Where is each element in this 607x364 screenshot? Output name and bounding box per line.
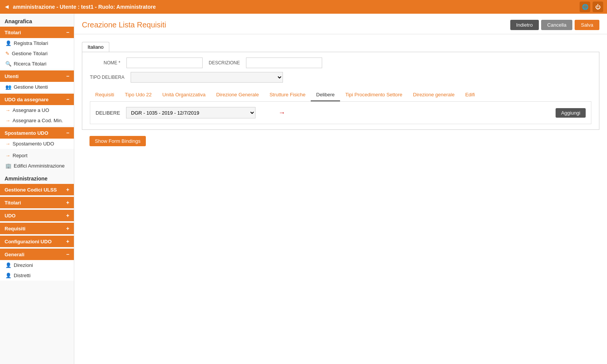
person-icon-2: 👤: [5, 262, 11, 268]
sidebar-group-header-configurazioni-udo[interactable]: Configurazioni UDO +: [0, 236, 74, 247]
assegnare-cod-min-label: Assegnare a Cod. Min.: [13, 118, 63, 123]
udo-assegnare-label: UDO da assegnare: [5, 97, 49, 102]
tab-requisiti[interactable]: Requisiti: [90, 89, 120, 101]
salva-button[interactable]: Salva: [575, 20, 599, 30]
gestione-utenti-label: Gestione Utenti: [14, 84, 48, 90]
sidebar-item-direzioni[interactable]: 👤 Direzioni: [0, 260, 74, 270]
nome-label: NOME *: [90, 60, 120, 65]
tipo-delibera-select[interactable]: [131, 72, 283, 83]
distretti-label: Distretti: [14, 273, 30, 278]
form-area: Italiano NOME * DESCRIZIONE TIPO DELIBER…: [74, 34, 607, 160]
sidebar-item-assegnare-uo[interactable]: → Assegnare a UO: [0, 105, 74, 115]
main-content: Creazione Lista Requisiti Indietro Cance…: [74, 14, 607, 364]
tab-strutture-fisiche[interactable]: Strutture Fisiche: [264, 89, 311, 101]
delibere-select[interactable]: DGR - 1035 - 2019 - 12/7/2019: [126, 107, 256, 118]
page-header: Creazione Lista Requisiti Indietro Cance…: [74, 14, 607, 34]
titolari-collapse-icon: −: [66, 29, 69, 35]
tab-tipo-udo-22[interactable]: Tipo Udo 22: [120, 89, 157, 101]
udo-admin-collapse-icon: +: [66, 212, 69, 219]
arrow-icon-4: →: [5, 153, 10, 158]
assegnare-uo-label: Assegnare a UO: [13, 107, 49, 113]
sidebar-group-header-udo-assegnare[interactable]: UDO da assegnare −: [0, 94, 74, 105]
arrow-icon: →: [5, 107, 10, 113]
sidebar-group-titolari: Titolari − 👤 Registra Titolari ✎ Gestion…: [0, 27, 74, 69]
tab-unita-organizzativa[interactable]: Unità Organizzativa: [157, 89, 211, 101]
titolari-admin-label: Titolari: [5, 200, 21, 206]
direzioni-label: Direzioni: [14, 262, 33, 268]
tab-direzione-generale-2[interactable]: Direzione generale: [408, 89, 460, 101]
form-row-nome-descrizione: NOME * DESCRIZIONE: [90, 57, 591, 68]
sidebar-group-header-titolari[interactable]: Titolari −: [0, 27, 74, 38]
globe-button[interactable]: 🌐: [580, 2, 590, 12]
aggiungi-button[interactable]: Aggiungi: [556, 108, 586, 118]
arrow-icon-2: →: [5, 118, 10, 123]
person-icon-3: 👤: [5, 273, 11, 278]
generali-collapse-icon: −: [66, 251, 69, 257]
tabs-scroll: Requisiti Tipo Udo 22 Unità Organizzativ…: [90, 89, 591, 102]
sidebar-item-edifici-amministrazione[interactable]: 🏢 Edifici Amministrazione: [0, 161, 74, 171]
requisiti-admin-label: Requisiti: [5, 226, 26, 231]
topbar: ◄ amministrazione - Utente : test1 - Ruo…: [0, 0, 607, 14]
sidebar-item-assegnare-cod-min[interactable]: → Assegnare a Cod. Min.: [0, 115, 74, 126]
sidebar-group-header-udo-admin[interactable]: UDO +: [0, 210, 74, 221]
sidebar-group-generali: Generali − 👤 Direzioni 👤 Distretti: [0, 249, 74, 281]
indietro-button[interactable]: Indietro: [510, 20, 539, 30]
sidebar-group-header-titolari-admin[interactable]: Titolari +: [0, 197, 74, 208]
nome-input[interactable]: [126, 57, 203, 68]
sidebar-group-header-requisiti-admin[interactable]: Requisiti +: [0, 223, 74, 234]
form-row-tipo-delibera: TIPO DELIBERA: [90, 72, 591, 83]
topbar-title: amministrazione - Utente : test1 - Ruolo…: [13, 4, 156, 10]
building-icon: 🏢: [5, 163, 11, 169]
sidebar-item-registra-titolari[interactable]: 👤 Registra Titolari: [0, 38, 74, 48]
gestione-titolari-label: Gestione Titolari: [12, 51, 48, 56]
sidebar-group-header-generali[interactable]: Generali −: [0, 249, 74, 260]
sidebar-group-header-spostamento-udo[interactable]: Spostamento UDO −: [0, 127, 74, 139]
descrizione-label: DESCRIZIONE: [209, 60, 240, 65]
titolari-body: 👤 Registra Titolari ✎ Gestione Titolari …: [0, 38, 74, 69]
power-button[interactable]: ⏻: [593, 2, 603, 12]
udo-assegnare-collapse-icon: −: [66, 96, 69, 102]
sidebar-item-gestione-titolari[interactable]: ✎ Gestione Titolari: [0, 48, 74, 59]
configurazioni-udo-label: Configurazioni UDO: [5, 239, 52, 244]
sidebar-group-header-gestione-codici-ulss[interactable]: Gestione Codici ULSS +: [0, 184, 74, 195]
tab-direzione-generale[interactable]: Direzione Generale: [211, 89, 264, 101]
users-icon: 👥: [5, 84, 11, 90]
tab-delibere[interactable]: Delibere: [311, 89, 340, 101]
sidebar-group-titolari-admin: Titolari +: [0, 197, 74, 208]
amministrazione-title: Amministrazione: [0, 171, 74, 184]
descrizione-input[interactable]: [246, 57, 322, 68]
gestione-codici-ulss-label: Gestione Codici ULSS: [5, 187, 57, 193]
sidebar-group-requisiti-admin: Requisiti +: [0, 223, 74, 234]
ricerca-titolari-label: Ricerca Titolari: [14, 61, 46, 67]
topbar-arrow[interactable]: ◄: [4, 3, 10, 10]
show-form-bindings-button[interactable]: Show Form Bindings: [89, 136, 146, 146]
udo-admin-label: UDO: [5, 213, 16, 219]
sidebar-item-gestione-utenti[interactable]: 👥 Gestione Utenti: [0, 82, 74, 92]
sidebar-item-spostamento-udo[interactable]: → Spostamento UDO: [0, 139, 74, 149]
generali-body: 👤 Direzioni 👤 Distretti: [0, 260, 74, 281]
header-buttons: Indietro Cancella Salva: [510, 20, 600, 30]
tipo-delibera-label: TIPO DELIBERA: [90, 75, 125, 80]
gestione-codici-ulss-collapse-icon: +: [66, 187, 69, 193]
configurazioni-udo-collapse-icon: +: [66, 238, 69, 244]
lang-tab[interactable]: Italiano: [82, 42, 109, 52]
generali-label: Generali: [5, 252, 24, 257]
tab-tipi-procedimento-settore[interactable]: Tipi Procedimento Settore: [340, 89, 408, 101]
cancella-button[interactable]: Cancella: [541, 20, 573, 30]
sidebar-item-distretti[interactable]: 👤 Distretti: [0, 270, 74, 281]
utenti-label: Utenti: [5, 73, 19, 79]
sidebar-item-ricerca-titolari[interactable]: 🔍 Ricerca Titolari: [0, 59, 74, 69]
sidebar-group-spostamento-udo: Spostamento UDO − → Spostamento UDO: [0, 127, 74, 149]
person-icon: 👤: [5, 40, 11, 46]
search-icon: 🔍: [5, 61, 11, 67]
spostamento-udo-item-label: Spostamento UDO: [13, 141, 54, 147]
utenti-body: 👥 Gestione Utenti: [0, 82, 74, 92]
titolari-label: Titolari: [5, 30, 21, 35]
tab-edifi[interactable]: Edifi: [460, 89, 480, 101]
spostamento-udo-label: Spostamento UDO: [5, 130, 48, 136]
sidebar-group-header-utenti[interactable]: Utenti −: [0, 70, 74, 82]
registra-titolari-label: Registra Titolari: [14, 40, 48, 46]
report-label: Report: [13, 153, 27, 158]
sidebar-item-report[interactable]: → Report: [0, 150, 74, 161]
tabs-area: Requisiti Tipo Udo 22 Unità Organizzativ…: [90, 89, 591, 124]
